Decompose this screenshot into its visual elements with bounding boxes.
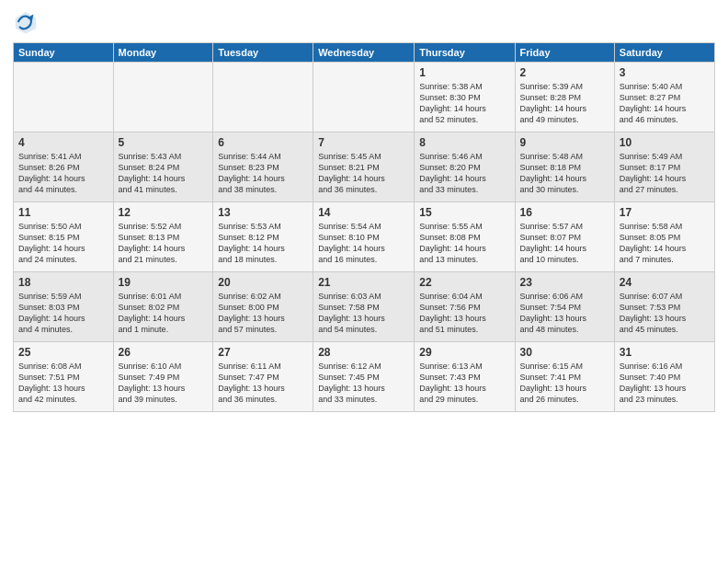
day-info: Sunrise: 5:50 AM Sunset: 8:15 PM Dayligh… (18, 221, 108, 266)
calendar-day: 14Sunrise: 5:54 AM Sunset: 8:10 PM Dayli… (313, 202, 415, 272)
day-number: 27 (218, 346, 308, 359)
day-number: 19 (119, 276, 209, 289)
calendar-day: 25Sunrise: 6:08 AM Sunset: 7:51 PM Dayli… (14, 342, 114, 412)
day-info: Sunrise: 5:55 AM Sunset: 8:08 PM Dayligh… (419, 221, 509, 266)
day-info: Sunrise: 5:43 AM Sunset: 8:24 PM Dayligh… (119, 151, 209, 196)
calendar-day: 13Sunrise: 5:53 AM Sunset: 8:12 PM Dayli… (213, 202, 313, 272)
day-info: Sunrise: 6:11 AM Sunset: 7:47 PM Dayligh… (218, 361, 308, 406)
calendar-day: 26Sunrise: 6:10 AM Sunset: 7:49 PM Dayli… (113, 342, 213, 412)
calendar-day: 5Sunrise: 5:43 AM Sunset: 8:24 PM Daylig… (113, 132, 213, 202)
day-number: 29 (419, 346, 509, 359)
calendar-day: 15Sunrise: 5:55 AM Sunset: 8:08 PM Dayli… (415, 202, 515, 272)
calendar-day: 3Sunrise: 5:40 AM Sunset: 8:27 PM Daylig… (614, 63, 714, 132)
calendar-day: 21Sunrise: 6:03 AM Sunset: 7:58 PM Dayli… (313, 272, 415, 342)
calendar-day (313, 63, 415, 132)
day-info: Sunrise: 6:01 AM Sunset: 8:02 PM Dayligh… (119, 291, 209, 336)
day-info: Sunrise: 5:57 AM Sunset: 8:07 PM Dayligh… (520, 221, 609, 266)
day-header-saturday: Saturday (614, 43, 714, 63)
day-number: 23 (520, 276, 609, 289)
calendar-day: 28Sunrise: 6:12 AM Sunset: 7:45 PM Dayli… (313, 342, 415, 412)
calendar-header-row: SundayMondayTuesdayWednesdayThursdayFrid… (14, 43, 715, 63)
calendar-day: 19Sunrise: 6:01 AM Sunset: 8:02 PM Dayli… (113, 272, 213, 342)
day-number: 10 (620, 136, 710, 149)
day-number: 9 (520, 136, 609, 149)
calendar-day: 8Sunrise: 5:46 AM Sunset: 8:20 PM Daylig… (415, 132, 515, 202)
day-number: 4 (18, 136, 108, 149)
day-number: 17 (620, 206, 710, 219)
day-info: Sunrise: 5:44 AM Sunset: 8:23 PM Dayligh… (218, 151, 308, 196)
calendar-day: 2Sunrise: 5:39 AM Sunset: 8:28 PM Daylig… (515, 63, 614, 132)
day-number: 15 (419, 206, 509, 219)
day-info: Sunrise: 5:45 AM Sunset: 8:21 PM Dayligh… (318, 151, 409, 196)
day-number: 14 (318, 206, 409, 219)
day-info: Sunrise: 6:12 AM Sunset: 7:45 PM Dayligh… (318, 361, 409, 406)
day-header-thursday: Thursday (415, 43, 515, 63)
day-number: 21 (318, 276, 409, 289)
calendar-day (14, 63, 114, 132)
day-info: Sunrise: 5:40 AM Sunset: 8:27 PM Dayligh… (620, 81, 710, 126)
calendar-week-2: 4Sunrise: 5:41 AM Sunset: 8:26 PM Daylig… (14, 132, 715, 202)
day-number: 31 (620, 346, 710, 359)
day-number: 8 (419, 136, 509, 149)
calendar-day: 23Sunrise: 6:06 AM Sunset: 7:54 PM Dayli… (515, 272, 614, 342)
day-info: Sunrise: 6:15 AM Sunset: 7:41 PM Dayligh… (520, 361, 609, 406)
day-header-sunday: Sunday (14, 43, 114, 63)
calendar-day: 27Sunrise: 6:11 AM Sunset: 7:47 PM Dayli… (213, 342, 313, 412)
day-number: 13 (218, 206, 308, 219)
day-info: Sunrise: 5:54 AM Sunset: 8:10 PM Dayligh… (318, 221, 409, 266)
day-info: Sunrise: 5:53 AM Sunset: 8:12 PM Dayligh… (218, 221, 308, 266)
day-number: 24 (620, 276, 710, 289)
day-info: Sunrise: 5:52 AM Sunset: 8:13 PM Dayligh… (119, 221, 209, 266)
calendar-day: 22Sunrise: 6:04 AM Sunset: 7:56 PM Dayli… (415, 272, 515, 342)
day-number: 22 (419, 276, 509, 289)
day-number: 20 (218, 276, 308, 289)
day-info: Sunrise: 5:41 AM Sunset: 8:26 PM Dayligh… (18, 151, 108, 196)
day-info: Sunrise: 6:16 AM Sunset: 7:40 PM Dayligh… (620, 361, 710, 406)
day-number: 5 (119, 136, 209, 149)
calendar-week-4: 18Sunrise: 5:59 AM Sunset: 8:03 PM Dayli… (14, 272, 715, 342)
day-header-monday: Monday (113, 43, 213, 63)
day-number: 2 (520, 66, 609, 79)
day-info: Sunrise: 6:03 AM Sunset: 7:58 PM Dayligh… (318, 291, 409, 336)
calendar-day: 17Sunrise: 5:58 AM Sunset: 8:05 PM Dayli… (614, 202, 714, 272)
calendar-day (213, 63, 313, 132)
day-info: Sunrise: 5:49 AM Sunset: 8:17 PM Dayligh… (620, 151, 710, 196)
day-header-friday: Friday (515, 43, 614, 63)
calendar-day: 1Sunrise: 5:38 AM Sunset: 8:30 PM Daylig… (415, 63, 515, 132)
day-info: Sunrise: 6:07 AM Sunset: 7:53 PM Dayligh… (620, 291, 710, 336)
day-number: 26 (119, 346, 209, 359)
day-info: Sunrise: 5:59 AM Sunset: 8:03 PM Dayligh… (18, 291, 108, 336)
calendar-day: 29Sunrise: 6:13 AM Sunset: 7:43 PM Dayli… (415, 342, 515, 412)
day-number: 1 (419, 66, 509, 79)
calendar-day: 10Sunrise: 5:49 AM Sunset: 8:17 PM Dayli… (614, 132, 714, 202)
day-number: 25 (18, 346, 108, 359)
calendar-day: 12Sunrise: 5:52 AM Sunset: 8:13 PM Dayli… (113, 202, 213, 272)
calendar-day: 11Sunrise: 5:50 AM Sunset: 8:15 PM Dayli… (14, 202, 114, 272)
calendar-day: 24Sunrise: 6:07 AM Sunset: 7:53 PM Dayli… (614, 272, 714, 342)
day-info: Sunrise: 5:48 AM Sunset: 8:18 PM Dayligh… (520, 151, 609, 196)
day-info: Sunrise: 6:08 AM Sunset: 7:51 PM Dayligh… (18, 361, 108, 406)
calendar-day: 31Sunrise: 6:16 AM Sunset: 7:40 PM Dayli… (614, 342, 714, 412)
day-number: 28 (318, 346, 409, 359)
day-number: 16 (520, 206, 609, 219)
calendar-day: 6Sunrise: 5:44 AM Sunset: 8:23 PM Daylig… (213, 132, 313, 202)
day-number: 6 (218, 136, 308, 149)
calendar-day: 16Sunrise: 5:57 AM Sunset: 8:07 PM Dayli… (515, 202, 614, 272)
page-header (13, 9, 715, 35)
logo (13, 9, 42, 35)
calendar-day: 20Sunrise: 6:02 AM Sunset: 8:00 PM Dayli… (213, 272, 313, 342)
day-header-wednesday: Wednesday (313, 43, 415, 63)
day-number: 11 (18, 206, 108, 219)
calendar-day: 18Sunrise: 5:59 AM Sunset: 8:03 PM Dayli… (14, 272, 114, 342)
day-header-tuesday: Tuesday (213, 43, 313, 63)
day-info: Sunrise: 5:38 AM Sunset: 8:30 PM Dayligh… (419, 81, 509, 126)
calendar-day: 7Sunrise: 5:45 AM Sunset: 8:21 PM Daylig… (313, 132, 415, 202)
day-number: 18 (18, 276, 108, 289)
day-info: Sunrise: 6:06 AM Sunset: 7:54 PM Dayligh… (520, 291, 609, 336)
page-container: SundayMondayTuesdayWednesdayThursdayFrid… (0, 0, 728, 421)
calendar-table: SundayMondayTuesdayWednesdayThursdayFrid… (13, 42, 715, 412)
day-number: 12 (119, 206, 209, 219)
day-info: Sunrise: 6:04 AM Sunset: 7:56 PM Dayligh… (419, 291, 509, 336)
day-info: Sunrise: 6:10 AM Sunset: 7:49 PM Dayligh… (119, 361, 209, 406)
day-info: Sunrise: 5:58 AM Sunset: 8:05 PM Dayligh… (620, 221, 710, 266)
